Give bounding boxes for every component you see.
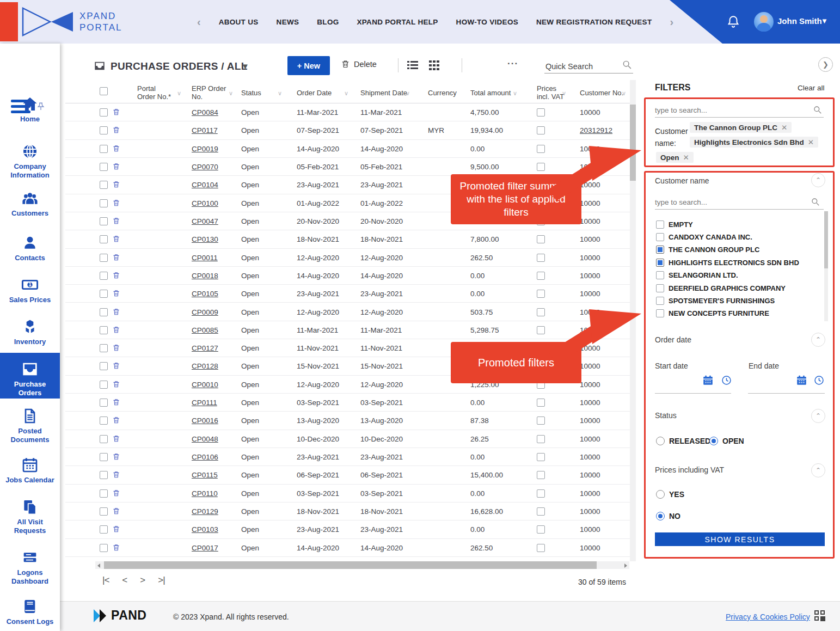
vat-checkbox[interactable] — [537, 235, 545, 243]
top-nav-item-about-us[interactable]: ABOUT US — [219, 18, 259, 26]
notifications-bell-icon[interactable] — [726, 15, 740, 29]
vat-checkbox[interactable] — [537, 489, 545, 498]
row-delete-trash-icon[interactable] — [112, 525, 120, 534]
row-delete-trash-icon[interactable] — [112, 217, 120, 226]
row-checkbox[interactable] — [100, 326, 108, 334]
user-menu-chevron-icon[interactable]: ▼ — [821, 17, 828, 25]
filter-panel-collapse-button[interactable]: ❯ — [818, 57, 833, 72]
remove-chip-icon[interactable]: ✕ — [683, 154, 689, 162]
order-number-link[interactable]: CP0070 — [192, 158, 218, 176]
row-checkbox[interactable] — [100, 489, 108, 498]
vat-checkbox[interactable] — [537, 326, 545, 334]
vat-checkbox[interactable] — [537, 507, 545, 516]
order-number-link[interactable]: CP0110 — [192, 485, 218, 503]
filter-option-checkbox[interactable] — [656, 271, 664, 279]
column-header-status[interactable]: Status — [241, 89, 261, 97]
status-radio[interactable] — [709, 437, 718, 445]
row-delete-trash-icon[interactable] — [112, 289, 120, 298]
vat-checkbox[interactable] — [537, 453, 545, 461]
filter-option-checkbox[interactable] — [656, 233, 664, 241]
table-horizontal-scrollbar[interactable] — [95, 561, 629, 569]
end-date-clock-icon[interactable] — [813, 375, 825, 386]
filter-list-scrollbar[interactable] — [824, 211, 828, 321]
vat-checkbox[interactable] — [537, 272, 545, 280]
customer-number-link[interactable]: 10000 — [580, 412, 600, 430]
row-delete-trash-icon[interactable] — [112, 489, 120, 498]
customer-name-search-input[interactable]: type to search... — [655, 198, 707, 206]
row-checkbox[interactable] — [100, 471, 108, 479]
row-checkbox[interactable] — [100, 290, 108, 298]
start-date-clock-icon[interactable] — [721, 375, 732, 386]
sidebar-item-customers[interactable]: Customers — [0, 189, 60, 218]
scroll-right-arrow-icon[interactable] — [624, 563, 627, 568]
row-delete-trash-icon[interactable] — [112, 416, 120, 425]
remove-chip-icon[interactable]: ✕ — [781, 124, 787, 132]
order-number-link[interactable]: CP0104 — [192, 176, 218, 194]
customer-number-link[interactable]: 10000 — [580, 430, 600, 448]
order-number-link[interactable]: CP0048 — [192, 430, 218, 448]
top-nav-item-xpand-portal-help[interactable]: XPAND PORTAL HELP — [357, 18, 438, 26]
customer-number-link[interactable]: 10000 — [580, 448, 600, 466]
row-delete-trash-icon[interactable] — [112, 543, 120, 553]
customer-number-link[interactable]: 10000 — [580, 503, 600, 520]
status-option-open[interactable]: OPEN — [709, 436, 744, 446]
filter-option-selangorian-ltd-[interactable]: SELANGORIAN LTD. — [656, 270, 738, 281]
customer-number-link[interactable]: 10000 — [580, 466, 600, 484]
order-number-link[interactable]: CP0117 — [192, 121, 218, 139]
privacy-cookies-link[interactable]: Privacy & Cookies Policy — [726, 612, 810, 621]
vat-checkbox[interactable] — [537, 163, 545, 171]
select-all-checkbox[interactable] — [100, 87, 108, 95]
vat-checkbox[interactable] — [537, 108, 545, 117]
row-delete-trash-icon[interactable] — [112, 108, 120, 117]
view-selector-chevron-icon[interactable]: ▼ — [241, 62, 249, 71]
row-checkbox[interactable] — [100, 399, 108, 407]
sort-chevron-icon[interactable]: ∨ — [229, 90, 233, 97]
column-header-customer-no-[interactable]: Customer No. — [580, 89, 623, 97]
customer-number-link[interactable]: 10000 — [580, 103, 600, 121]
row-checkbox[interactable] — [100, 126, 108, 134]
customer-number-link[interactable]: 10000 — [580, 249, 600, 267]
row-delete-trash-icon[interactable] — [112, 362, 120, 371]
filter-option-empty[interactable]: EMPTY — [656, 219, 693, 230]
column-header-total-amount[interactable]: Total amount — [470, 89, 511, 97]
column-header-erp-order-no-[interactable]: ERP OrderNo. — [192, 84, 226, 101]
sidebar-item-logons-dashboard[interactable]: Logons Dashboard — [0, 549, 60, 586]
sort-chevron-icon[interactable]: ∨ — [177, 90, 181, 97]
row-checkbox[interactable] — [100, 344, 108, 352]
filter-option-the-cannon-group-plc[interactable]: THE CANNON GROUP PLC — [656, 244, 759, 255]
customer-number-link[interactable]: 10000 — [580, 539, 600, 557]
vat-checkbox[interactable] — [537, 399, 545, 407]
customer-number-link[interactable]: 10000 — [580, 520, 600, 538]
top-nav-item-how-to-videos[interactable]: HOW-TO VIDEOS — [456, 18, 518, 26]
row-checkbox[interactable] — [100, 217, 108, 225]
start-date-calendar-icon[interactable] — [702, 375, 714, 386]
row-checkbox[interactable] — [100, 254, 108, 262]
sort-chevron-icon[interactable]: ∨ — [513, 90, 517, 97]
scrollbar-thumb[interactable] — [630, 105, 636, 181]
sort-chevron-icon[interactable]: ∨ — [562, 90, 566, 97]
top-nav-item-new-registration-request[interactable]: NEW REGISTRATION REQUEST — [536, 18, 652, 26]
order-number-link[interactable]: CP0111 — [192, 394, 217, 412]
customer-number-link[interactable]: 10000 — [580, 303, 600, 321]
order-number-link[interactable]: CP0106 — [192, 448, 218, 466]
sidebar-item-jobs-calendar[interactable]: Jobs Calendar — [0, 456, 60, 485]
customer-number-link[interactable]: 20312912 — [580, 121, 612, 139]
order-number-link[interactable]: CP0010 — [192, 376, 218, 394]
collapse-order-date-icon[interactable]: ⌃ — [811, 333, 825, 347]
show-results-button[interactable]: SHOW RESULTS — [655, 532, 825, 546]
order-number-link[interactable]: CP0018 — [192, 267, 218, 285]
vat-radio[interactable] — [656, 490, 665, 499]
sort-chevron-icon[interactable]: ∨ — [344, 90, 348, 97]
column-header-portal-order-no-[interactable]: PortalOrder No.* — [137, 84, 171, 101]
row-checkbox[interactable] — [100, 308, 108, 316]
filter-summary-search-input[interactable]: type to search... — [655, 106, 707, 114]
row-delete-trash-icon[interactable] — [112, 180, 120, 189]
row-delete-trash-icon[interactable] — [112, 126, 120, 135]
remove-chip-icon[interactable]: ✕ — [808, 138, 814, 146]
sort-chevron-icon[interactable]: ∨ — [278, 90, 282, 97]
list-view-icon[interactable] — [407, 60, 418, 72]
vat-option-yes[interactable]: YES — [656, 489, 684, 500]
order-number-link[interactable]: CP0084 — [192, 103, 218, 121]
order-number-link[interactable]: CP0011 — [192, 249, 218, 267]
order-number-link[interactable]: CP0105 — [192, 285, 218, 303]
